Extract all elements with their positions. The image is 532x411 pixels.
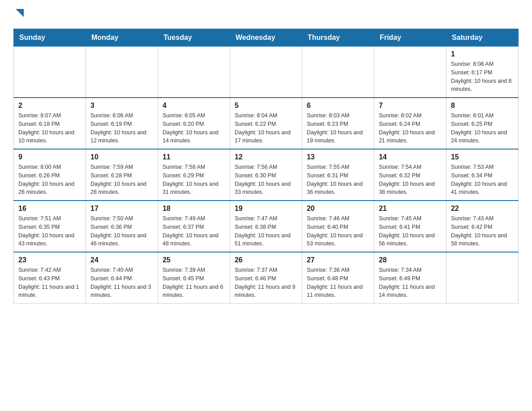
calendar-cell: 28Sunrise: 7:34 AM Sunset: 6:49 PM Dayli… bbox=[374, 252, 446, 304]
calendar-cell: 2Sunrise: 8:07 AM Sunset: 6:18 PM Daylig… bbox=[14, 98, 86, 149]
day-info: Sunrise: 7:36 AM Sunset: 6:48 PM Dayligh… bbox=[307, 266, 369, 300]
calendar-cell bbox=[374, 47, 446, 98]
day-info: Sunrise: 7:37 AM Sunset: 6:46 PM Dayligh… bbox=[235, 266, 297, 300]
calendar-cell: 24Sunrise: 7:40 AM Sunset: 6:44 PM Dayli… bbox=[86, 252, 158, 304]
day-number: 23 bbox=[18, 256, 81, 264]
calendar-cell: 9Sunrise: 8:00 AM Sunset: 6:26 PM Daylig… bbox=[14, 149, 86, 201]
calendar-cell: 26Sunrise: 7:37 AM Sunset: 6:46 PM Dayli… bbox=[230, 252, 302, 304]
day-number: 5 bbox=[235, 102, 297, 110]
day-info: Sunrise: 7:50 AM Sunset: 6:36 PM Dayligh… bbox=[90, 214, 153, 248]
day-number: 26 bbox=[235, 256, 297, 264]
day-number: 16 bbox=[18, 205, 81, 213]
calendar-cell: 16Sunrise: 7:51 AM Sunset: 6:35 PM Dayli… bbox=[14, 201, 86, 252]
column-header-sunday: Sunday bbox=[14, 29, 86, 47]
day-number: 17 bbox=[90, 205, 153, 213]
calendar-cell bbox=[158, 47, 230, 98]
calendar-cell: 12Sunrise: 7:56 AM Sunset: 6:30 PM Dayli… bbox=[230, 149, 302, 201]
calendar-cell: 15Sunrise: 7:53 AM Sunset: 6:34 PM Dayli… bbox=[446, 149, 518, 201]
calendar-cell: 23Sunrise: 7:42 AM Sunset: 6:43 PM Dayli… bbox=[14, 252, 86, 304]
calendar-cell: 19Sunrise: 7:47 AM Sunset: 6:38 PM Dayli… bbox=[230, 201, 302, 252]
logo bbox=[13, 9, 24, 20]
day-info: Sunrise: 8:05 AM Sunset: 6:20 PM Dayligh… bbox=[163, 111, 225, 145]
day-info: Sunrise: 7:45 AM Sunset: 6:41 PM Dayligh… bbox=[379, 214, 442, 248]
day-number: 20 bbox=[307, 205, 369, 213]
logo-blue-part bbox=[14, 9, 24, 20]
calendar-cell bbox=[302, 47, 374, 98]
calendar-cell: 17Sunrise: 7:50 AM Sunset: 6:36 PM Dayli… bbox=[86, 201, 158, 252]
column-header-wednesday: Wednesday bbox=[230, 29, 302, 47]
calendar-cell: 5Sunrise: 8:04 AM Sunset: 6:22 PM Daylig… bbox=[230, 98, 302, 149]
day-number: 18 bbox=[163, 205, 225, 213]
day-number: 19 bbox=[235, 205, 297, 213]
day-info: Sunrise: 7:39 AM Sunset: 6:45 PM Dayligh… bbox=[163, 266, 225, 300]
day-number: 21 bbox=[379, 205, 442, 213]
column-header-saturday: Saturday bbox=[446, 29, 518, 47]
calendar-week-row: 1Sunrise: 8:08 AM Sunset: 6:17 PM Daylig… bbox=[14, 47, 519, 98]
day-number: 14 bbox=[379, 153, 442, 161]
day-number: 11 bbox=[163, 153, 225, 161]
day-info: Sunrise: 7:42 AM Sunset: 6:43 PM Dayligh… bbox=[18, 266, 81, 300]
calendar-cell bbox=[14, 47, 86, 98]
calendar-week-row: 16Sunrise: 7:51 AM Sunset: 6:35 PM Dayli… bbox=[14, 201, 519, 252]
day-number: 2 bbox=[18, 102, 81, 110]
day-info: Sunrise: 8:08 AM Sunset: 6:17 PM Dayligh… bbox=[451, 60, 514, 94]
day-info: Sunrise: 7:49 AM Sunset: 6:37 PM Dayligh… bbox=[163, 214, 225, 248]
day-number: 3 bbox=[90, 102, 153, 110]
column-header-thursday: Thursday bbox=[302, 29, 374, 47]
day-info: Sunrise: 7:56 AM Sunset: 6:30 PM Dayligh… bbox=[235, 163, 297, 197]
day-info: Sunrise: 8:01 AM Sunset: 6:25 PM Dayligh… bbox=[451, 111, 514, 145]
day-number: 10 bbox=[90, 153, 153, 161]
calendar-cell: 6Sunrise: 8:03 AM Sunset: 6:23 PM Daylig… bbox=[302, 98, 374, 149]
day-number: 22 bbox=[451, 205, 514, 213]
calendar-cell: 4Sunrise: 8:05 AM Sunset: 6:20 PM Daylig… bbox=[158, 98, 230, 149]
calendar-cell bbox=[230, 47, 302, 98]
day-number: 25 bbox=[163, 256, 225, 264]
day-info: Sunrise: 7:43 AM Sunset: 6:42 PM Dayligh… bbox=[451, 214, 514, 248]
day-info: Sunrise: 7:59 AM Sunset: 6:28 PM Dayligh… bbox=[90, 163, 153, 197]
svg-marker-0 bbox=[16, 9, 24, 17]
logo-triangle-icon bbox=[16, 9, 24, 17]
calendar-cell: 7Sunrise: 8:02 AM Sunset: 6:24 PM Daylig… bbox=[374, 98, 446, 149]
calendar-week-row: 2Sunrise: 8:07 AM Sunset: 6:18 PM Daylig… bbox=[14, 98, 519, 149]
calendar-cell: 21Sunrise: 7:45 AM Sunset: 6:41 PM Dayli… bbox=[374, 201, 446, 252]
day-info: Sunrise: 8:06 AM Sunset: 6:19 PM Dayligh… bbox=[90, 111, 153, 145]
day-number: 6 bbox=[307, 102, 369, 110]
calendar-cell: 11Sunrise: 7:58 AM Sunset: 6:29 PM Dayli… bbox=[158, 149, 230, 201]
day-info: Sunrise: 7:40 AM Sunset: 6:44 PM Dayligh… bbox=[90, 266, 153, 300]
calendar-cell: 27Sunrise: 7:36 AM Sunset: 6:48 PM Dayli… bbox=[302, 252, 374, 304]
day-info: Sunrise: 7:54 AM Sunset: 6:32 PM Dayligh… bbox=[379, 163, 442, 197]
day-number: 1 bbox=[451, 50, 514, 58]
day-info: Sunrise: 8:04 AM Sunset: 6:22 PM Dayligh… bbox=[235, 111, 297, 145]
column-header-tuesday: Tuesday bbox=[158, 29, 230, 47]
calendar-cell: 25Sunrise: 7:39 AM Sunset: 6:45 PM Dayli… bbox=[158, 252, 230, 304]
day-number: 13 bbox=[307, 153, 369, 161]
calendar-cell: 13Sunrise: 7:55 AM Sunset: 6:31 PM Dayli… bbox=[302, 149, 374, 201]
day-number: 15 bbox=[451, 153, 514, 161]
day-info: Sunrise: 8:07 AM Sunset: 6:18 PM Dayligh… bbox=[18, 111, 81, 145]
day-info: Sunrise: 7:34 AM Sunset: 6:49 PM Dayligh… bbox=[379, 266, 442, 300]
day-info: Sunrise: 7:55 AM Sunset: 6:31 PM Dayligh… bbox=[307, 163, 369, 197]
day-info: Sunrise: 7:46 AM Sunset: 6:40 PM Dayligh… bbox=[307, 214, 369, 248]
day-number: 7 bbox=[379, 102, 442, 110]
calendar-cell bbox=[86, 47, 158, 98]
calendar-cell: 22Sunrise: 7:43 AM Sunset: 6:42 PM Dayli… bbox=[446, 201, 518, 252]
calendar-cell: 3Sunrise: 8:06 AM Sunset: 6:19 PM Daylig… bbox=[86, 98, 158, 149]
day-number: 24 bbox=[90, 256, 153, 264]
calendar-cell bbox=[446, 252, 518, 304]
day-number: 4 bbox=[163, 102, 225, 110]
calendar-cell: 1Sunrise: 8:08 AM Sunset: 6:17 PM Daylig… bbox=[446, 47, 518, 98]
day-info: Sunrise: 8:02 AM Sunset: 6:24 PM Dayligh… bbox=[379, 111, 442, 145]
day-number: 8 bbox=[451, 102, 514, 110]
day-number: 12 bbox=[235, 153, 297, 161]
day-info: Sunrise: 8:00 AM Sunset: 6:26 PM Dayligh… bbox=[18, 163, 81, 197]
column-header-friday: Friday bbox=[374, 29, 446, 47]
calendar-week-row: 9Sunrise: 8:00 AM Sunset: 6:26 PM Daylig… bbox=[14, 149, 519, 201]
calendar-cell: 8Sunrise: 8:01 AM Sunset: 6:25 PM Daylig… bbox=[446, 98, 518, 149]
day-info: Sunrise: 7:53 AM Sunset: 6:34 PM Dayligh… bbox=[451, 163, 514, 197]
day-number: 28 bbox=[379, 256, 442, 264]
column-header-monday: Monday bbox=[86, 29, 158, 47]
day-info: Sunrise: 7:51 AM Sunset: 6:35 PM Dayligh… bbox=[18, 214, 81, 248]
calendar-week-row: 23Sunrise: 7:42 AM Sunset: 6:43 PM Dayli… bbox=[14, 252, 519, 304]
calendar-cell: 14Sunrise: 7:54 AM Sunset: 6:32 PM Dayli… bbox=[374, 149, 446, 201]
day-number: 27 bbox=[307, 256, 369, 264]
